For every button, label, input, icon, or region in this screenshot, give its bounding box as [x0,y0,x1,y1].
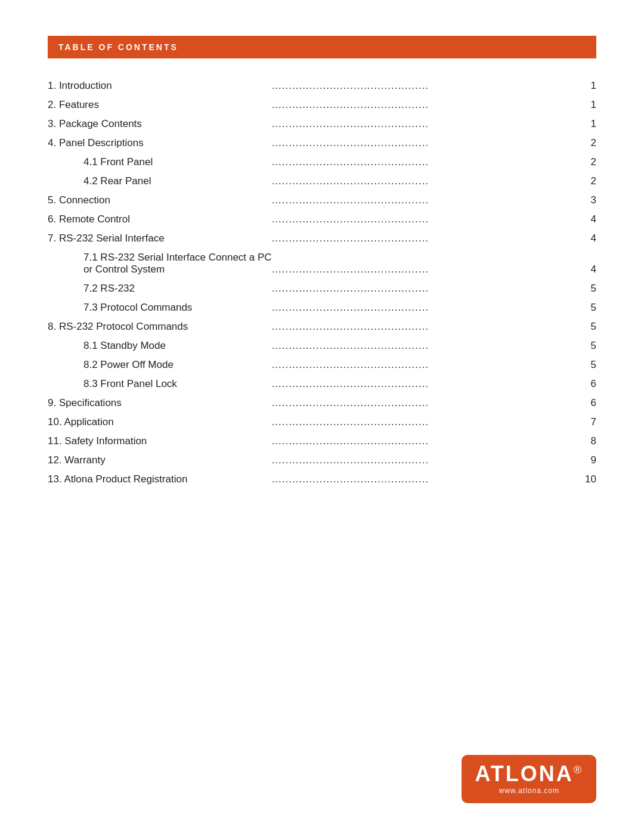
toc-row: 12. Warranty............................… [48,451,596,470]
toc-dots: ........................................… [272,336,578,355]
toc-row: 3. Package Contents.....................… [48,114,596,134]
toc-entry-label: 8.3 Front Panel Lock [48,374,272,394]
toc-row: 7.1 RS-232 Serial Interface Connect a PC… [48,248,596,279]
toc-entry-label: 7.1 RS-232 Serial Interface Connect a PC… [48,248,272,279]
atlona-logo-container: ATLONA® www.atlona.com [462,755,596,803]
toc-row: 8.3 Front Panel Lock....................… [48,374,596,394]
page: TABLE OF CONTENTS 1. Introduction.......… [0,0,644,833]
toc-row: 13. Atlona Product Registration.........… [48,470,596,489]
toc-dots: ........................................… [272,229,578,248]
atlona-logo: ATLONA® www.atlona.com [462,755,596,803]
toc-page-number: 8 [578,432,596,451]
toc-page-number: 5 [578,317,596,336]
toc-entry-label: 8.1 Standby Mode [48,336,272,355]
toc-dots: ........................................… [272,317,578,336]
toc-dots: ........................................… [272,355,578,374]
toc-entry-label: 5. Connection [48,191,272,210]
toc-dots: ........................................… [272,374,578,394]
toc-dots: ........................................… [272,210,578,229]
toc-dots: ........................................… [272,413,578,432]
toc-entry-label: 12. Warranty [48,451,272,470]
toc-row: 11. Safety Information..................… [48,432,596,451]
toc-row: 8.2 Power Off Mode......................… [48,355,596,374]
toc-entry-label: 10. Application [48,413,272,432]
toc-row: 5. Connection...........................… [48,191,596,210]
toc-page-number: 1 [578,95,596,114]
toc-row: 1. Introduction.........................… [48,76,596,95]
toc-header-text: TABLE OF CONTENTS [58,42,178,52]
toc-page-number: 5 [578,355,596,374]
toc-page-number: 6 [578,394,596,413]
toc-page-number: 5 [578,336,596,355]
toc-dots: ........................................… [272,451,578,470]
toc-entry-label: 3. Package Contents [48,114,272,134]
toc-dots: ........................................… [272,432,578,451]
toc-entry-label: 7.2 RS-232 [48,279,272,298]
toc-entry-label: 8.2 Power Off Mode [48,355,272,374]
toc-page-number: 3 [578,191,596,210]
toc-entry-label: 9. Specifications [48,394,272,413]
toc-dots: ........................................… [272,153,578,172]
atlona-registered-icon: ® [574,764,583,776]
toc-entry-label: 7.3 Protocol Commands [48,298,272,317]
atlona-logo-url: www.atlona.com [475,786,583,795]
toc-page-number: 2 [578,134,596,153]
toc-page-number: 2 [578,172,596,191]
toc-dots: ........................................… [272,191,578,210]
toc-entry-label: 7. RS-232 Serial Interface [48,229,272,248]
toc-dots: ........................................… [272,298,578,317]
toc-row: 7. RS-232 Serial Interface..............… [48,229,596,248]
toc-entry-label: 2. Features [48,95,272,114]
toc-dots: ........................................… [272,95,578,114]
toc-row: 10. Application.........................… [48,413,596,432]
toc-row: 8. RS-232 Protocol Commands.............… [48,317,596,336]
toc-row: 6. Remote Control.......................… [48,210,596,229]
toc-row: 9. Specifications.......................… [48,394,596,413]
toc-row: 7.3 Protocol Commands...................… [48,298,596,317]
toc-entry-label: 4.2 Rear Panel [48,172,272,191]
toc-table: 1. Introduction.........................… [48,76,596,489]
toc-entry-label: 8. RS-232 Protocol Commands [48,317,272,336]
toc-dots: ........................................… [272,114,578,134]
toc-entry-label: 4.1 Front Panel [48,153,272,172]
toc-entry-label: 4. Panel Descriptions [48,134,272,153]
toc-page-number: 6 [578,374,596,394]
toc-row: 4. Panel Descriptions...................… [48,134,596,153]
toc-page-number: 4 [578,229,596,248]
toc-dots: ........................................… [272,76,578,95]
toc-page-number: 4 [578,248,596,279]
toc-page-number: 1 [578,114,596,134]
toc-dots: ........................................… [272,134,578,153]
toc-row: 4.1 Front Panel.........................… [48,153,596,172]
toc-dots: ........................................… [272,394,578,413]
toc-row: 8.1 Standby Mode........................… [48,336,596,355]
toc-page-number: 5 [578,298,596,317]
toc-entry-label: 11. Safety Information [48,432,272,451]
toc-page-number: 4 [578,210,596,229]
toc-row: 7.2 RS-232..............................… [48,279,596,298]
toc-entry-label: 13. Atlona Product Registration [48,470,272,489]
toc-header: TABLE OF CONTENTS [48,36,596,58]
toc-page-number: 1 [578,76,596,95]
toc-page-number: 9 [578,451,596,470]
toc-dots: ........................................… [272,279,578,298]
toc-page-number: 7 [578,413,596,432]
toc-page-number: 10 [578,470,596,489]
toc-page-number: 2 [578,153,596,172]
toc-dots: ........................................… [272,248,578,279]
toc-entry-label: 1. Introduction [48,76,272,95]
toc-entry-label: 6. Remote Control [48,210,272,229]
toc-dots: ........................................… [272,470,578,489]
atlona-logo-text: ATLONA® [475,763,583,785]
toc-row: 4.2 Rear Panel..........................… [48,172,596,191]
toc-dots: ........................................… [272,172,578,191]
toc-page-number: 5 [578,279,596,298]
toc-row: 2. Features.............................… [48,95,596,114]
